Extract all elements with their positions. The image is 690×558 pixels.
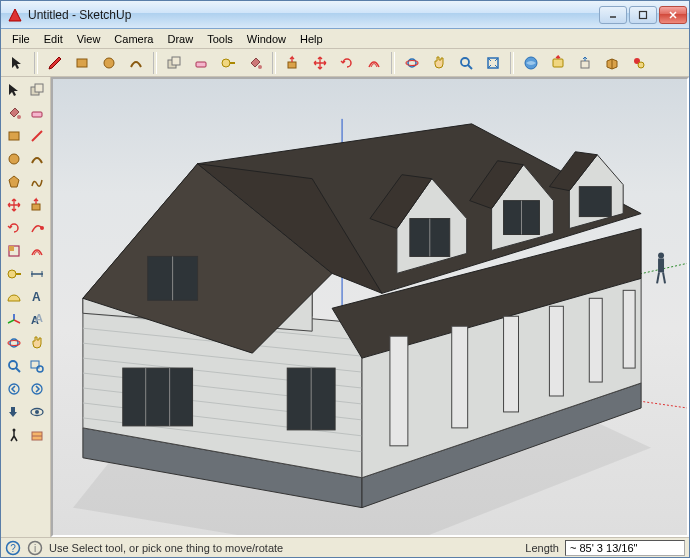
circle-button[interactable] [97, 51, 121, 75]
get-models-button[interactable] [519, 51, 543, 75]
close-button[interactable] [659, 6, 687, 24]
orbit-button[interactable] [3, 332, 25, 354]
share-model-button[interactable] [546, 51, 570, 75]
svg-rect-5 [172, 57, 180, 65]
viewport[interactable] [51, 77, 689, 537]
menu-window[interactable]: Window [240, 31, 293, 47]
tape-measure-button[interactable] [3, 263, 25, 285]
push-pull-icon [29, 197, 45, 213]
circle-icon [101, 55, 117, 71]
dimension-icon [29, 266, 45, 282]
offset-button[interactable] [26, 240, 48, 262]
rotate-button[interactable] [335, 51, 359, 75]
rectangle-button[interactable] [70, 51, 94, 75]
menu-help[interactable]: Help [293, 31, 330, 47]
status-help-icon[interactable]: ? [5, 540, 21, 556]
arc-button[interactable] [26, 148, 48, 170]
push-pull-button[interactable] [281, 51, 305, 75]
length-value[interactable]: ~ 85' 3 13/16" [565, 540, 685, 556]
svg-rect-25 [32, 112, 42, 117]
paint-bucket-icon [6, 105, 22, 121]
svg-rect-85 [549, 306, 563, 396]
window-controls [599, 6, 687, 24]
rectangle-button[interactable] [3, 125, 25, 147]
paint-bucket-button[interactable] [243, 51, 267, 75]
select-arrow-icon [9, 55, 25, 71]
follow-me-button[interactable] [26, 217, 48, 239]
text-button[interactable]: A [26, 286, 48, 308]
offset-button[interactable] [362, 51, 386, 75]
eraser-button[interactable] [189, 51, 213, 75]
status-info-icon[interactable]: i [27, 540, 43, 556]
svg-point-9 [258, 65, 262, 69]
rotate-button[interactable] [3, 217, 25, 239]
pan-button[interactable] [26, 332, 48, 354]
freehand-button[interactable] [26, 171, 48, 193]
zoom-window-button[interactable] [26, 355, 48, 377]
position-camera-button[interactable] [3, 401, 25, 423]
dimension-button[interactable] [26, 263, 48, 285]
maximize-button[interactable] [629, 6, 657, 24]
zoom-extents-button[interactable] [481, 51, 505, 75]
axes-button[interactable] [3, 309, 25, 331]
pencil-button[interactable] [43, 51, 67, 75]
minimize-button[interactable] [599, 6, 627, 24]
protractor-button[interactable] [3, 286, 25, 308]
arc-button[interactable] [124, 51, 148, 75]
packages-button[interactable] [600, 51, 624, 75]
section-plane-button[interactable] [26, 424, 48, 446]
pan-button[interactable] [427, 51, 451, 75]
line-button[interactable] [26, 125, 48, 147]
menu-file[interactable]: File [5, 31, 37, 47]
push-pull-button[interactable] [26, 194, 48, 216]
rotate-icon [339, 55, 355, 71]
svg-rect-18 [581, 61, 589, 68]
look-around-button[interactable] [26, 401, 48, 423]
share-component-button[interactable] [573, 51, 597, 75]
eraser-button[interactable] [26, 102, 48, 124]
zoom-button[interactable] [454, 51, 478, 75]
move-button[interactable] [308, 51, 332, 75]
menu-edit[interactable]: Edit [37, 31, 70, 47]
svg-marker-29 [9, 176, 19, 187]
paint-bucket-button[interactable] [3, 102, 25, 124]
make-component-button[interactable] [26, 79, 48, 101]
select-arrow-button[interactable] [5, 51, 29, 75]
make-component-button[interactable] [162, 51, 186, 75]
move-button[interactable] [3, 194, 25, 216]
axes-icon [6, 312, 22, 328]
pan-icon [29, 335, 45, 351]
menu-view[interactable]: View [70, 31, 108, 47]
share-model-icon [550, 55, 566, 71]
zoom-icon [458, 55, 474, 71]
pan-icon [431, 55, 447, 71]
menu-draw[interactable]: Draw [160, 31, 200, 47]
svg-rect-1 [640, 11, 647, 18]
circle-button[interactable] [3, 148, 25, 170]
svg-line-48 [16, 368, 20, 372]
previous-button[interactable] [3, 378, 25, 400]
extensions-button[interactable] [627, 51, 651, 75]
svg-rect-83 [452, 326, 468, 428]
svg-rect-23 [35, 84, 43, 92]
menu-tools[interactable]: Tools [200, 31, 240, 47]
next-button[interactable] [26, 378, 48, 400]
scale-button[interactable] [3, 240, 25, 262]
toolbar-separator [34, 52, 38, 74]
polygon-button[interactable] [3, 171, 25, 193]
scale-icon [6, 243, 22, 259]
look-around-icon [29, 404, 45, 420]
walk-icon [6, 427, 22, 443]
next-icon [29, 381, 45, 397]
svg-line-96 [657, 272, 659, 283]
select-arrow-button[interactable] [3, 79, 25, 101]
house-window-left-1 [123, 368, 193, 426]
text-icon: A [29, 289, 45, 305]
menu-camera[interactable]: Camera [107, 31, 160, 47]
3d-text-button[interactable]: AA [26, 309, 48, 331]
tape-measure-button[interactable] [216, 51, 240, 75]
walk-button[interactable] [3, 424, 25, 446]
orbit-button[interactable] [400, 51, 424, 75]
svg-rect-6 [196, 62, 206, 67]
zoom-button[interactable] [3, 355, 25, 377]
